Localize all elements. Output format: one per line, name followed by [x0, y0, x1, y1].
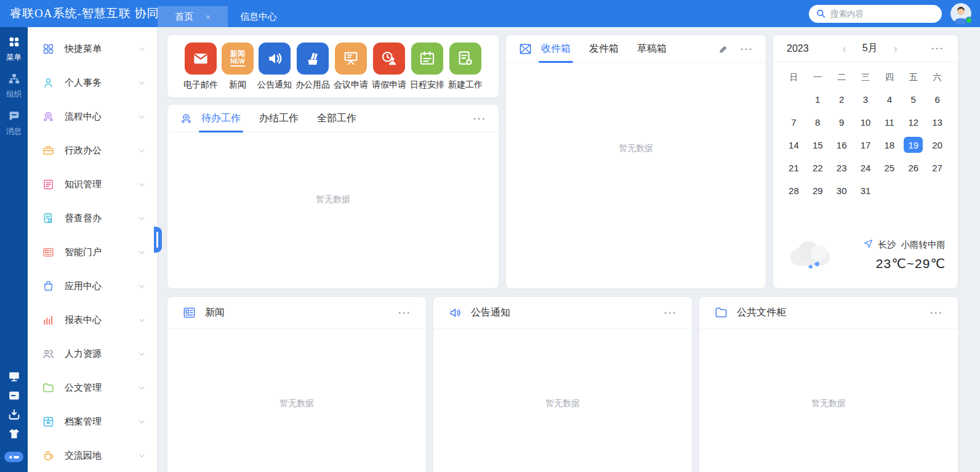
calendar-day-16[interactable]: 16 — [830, 137, 854, 153]
quick-tile-日程安排[interactable]: 日程安排 — [410, 43, 444, 91]
calendar-day-3[interactable]: 3 — [854, 91, 878, 107]
menu-collapse-handle[interactable] — [154, 227, 162, 253]
calendar-day-10[interactable]: 10 — [854, 114, 878, 130]
calendar-day-5[interactable]: 5 — [901, 91, 925, 107]
calendar-day-9[interactable]: 9 — [830, 114, 854, 130]
sidebar-item-知识管理[interactable]: 知识管理 — [28, 168, 157, 201]
calendar-day-7[interactable]: 7 — [782, 114, 806, 130]
calendar-day-21[interactable]: 21 — [782, 160, 806, 176]
calendar-day-25[interactable]: 25 — [877, 160, 901, 176]
work-tab-待办工作[interactable]: 待办工作 — [201, 105, 241, 132]
rail-collapse-toggle[interactable] — [4, 452, 23, 462]
panel-more-button[interactable]: ··· — [398, 307, 411, 318]
mail-tab-收件箱[interactable]: 收件箱 — [541, 35, 571, 62]
calendar-more-button[interactable]: ··· — [931, 43, 944, 54]
mail-more-button[interactable]: ··· — [741, 44, 753, 54]
calendar-day-31[interactable]: 31 — [854, 182, 878, 198]
calendar-day-1[interactable]: 1 — [806, 91, 830, 107]
sidebar-item-智能门户[interactable]: 智能门户 — [28, 235, 157, 269]
quick-tile-电子邮件[interactable]: 电子邮件 — [183, 43, 218, 91]
sidebar-item-督查督办[interactable]: 督查督办 — [28, 201, 157, 235]
topbar-tab[interactable]: 首页× — [158, 6, 228, 27]
monitor-icon[interactable] — [7, 370, 21, 383]
calendar-day-8[interactable]: 8 — [806, 114, 830, 130]
calendar-day-15[interactable]: 15 — [806, 137, 830, 153]
quick-tile-请假申请[interactable]: 请假申请 — [372, 43, 406, 91]
work-tab-办结工作[interactable]: 办结工作 — [259, 105, 299, 132]
sidebar-item-交流园地[interactable]: 交流园地 — [28, 439, 157, 472]
work-tab-全部工作[interactable]: 全部工作 — [317, 105, 356, 132]
calendar-day-23[interactable]: 23 — [830, 160, 854, 176]
calendar-day-19[interactable]: 19 — [901, 137, 925, 153]
tab-close-icon[interactable]: × — [206, 12, 211, 22]
calendar-day-27[interactable]: 27 — [925, 160, 949, 176]
panel-more-button[interactable]: ··· — [930, 307, 943, 318]
bars-icon — [42, 314, 55, 327]
sidebar-item-流程中心[interactable]: 流程中心 — [28, 100, 157, 134]
calendar-day-11[interactable]: 11 — [877, 114, 901, 130]
sidebar-item-人力资源[interactable]: 人力资源 — [28, 337, 157, 371]
mail-tab-发件箱[interactable]: 发件箱 — [589, 35, 619, 62]
search-box[interactable] — [809, 5, 942, 23]
chevron-down-icon — [138, 282, 146, 290]
sidebar-item-报表中心[interactable]: 报表中心 — [28, 303, 157, 337]
calendar-day-24[interactable]: 24 — [854, 160, 878, 176]
calendar-day-14[interactable]: 14 — [782, 137, 806, 153]
next-month-button[interactable]: › — [894, 43, 898, 54]
search-input[interactable] — [809, 5, 942, 23]
sidebar-item-公文管理[interactable]: 公文管理 — [28, 371, 157, 405]
card-icon[interactable] — [7, 389, 21, 402]
calendar-grid: 1234567891011121314151617181920212223242… — [773, 84, 958, 198]
calendar-day-13[interactable]: 13 — [925, 114, 949, 130]
sidebar-item-label: 快捷菜单 — [65, 43, 138, 55]
newsicon-icon — [182, 306, 196, 320]
weather-widget: 长沙 小雨转中雨 23℃~29℃ — [773, 238, 958, 288]
calendar-day-4[interactable]: 4 — [877, 91, 901, 107]
sidebar-item-个人事务[interactable]: 个人事务 — [28, 66, 157, 100]
topbar-tab[interactable]: 信息中心 — [228, 6, 289, 27]
sidebar-item-快捷菜单[interactable]: 快捷菜单 — [28, 32, 157, 66]
calendar-day-17[interactable]: 17 — [854, 137, 878, 153]
avatar[interactable] — [950, 3, 971, 24]
quick-tile-公告通知[interactable]: 公告通知 — [257, 43, 292, 91]
panel-header: 公共文件柜··· — [699, 297, 958, 329]
shirt-icon[interactable] — [7, 427, 21, 441]
calendar-day-2[interactable]: 2 — [830, 91, 854, 107]
quick-tile-会议申请[interactable]: 会议申请 — [334, 43, 368, 91]
calendar-day-30[interactable]: 30 — [830, 182, 854, 198]
calendar-day-18[interactable]: 18 — [877, 137, 901, 153]
rail-item-apps[interactable]: 菜单 — [6, 35, 22, 63]
panel-more-button[interactable]: ··· — [664, 307, 677, 318]
download-icon[interactable] — [7, 408, 21, 421]
mail-tab-草稿箱[interactable]: 草稿箱 — [637, 35, 667, 62]
calendar-day-12[interactable]: 12 — [901, 114, 925, 130]
calendar-day-26[interactable]: 26 — [901, 160, 925, 176]
compose-pencil-icon[interactable] — [718, 43, 729, 55]
rail-item-org[interactable]: 组织 — [6, 72, 22, 100]
calendar-day-20[interactable]: 20 — [925, 137, 949, 153]
calendar-day-28[interactable]: 28 — [782, 182, 806, 198]
flow-icon — [42, 110, 55, 124]
calendar-day-6[interactable]: 6 — [925, 91, 949, 107]
sidebar-item-应用中心[interactable]: 应用中心 — [28, 269, 157, 303]
sidebar-item-档案管理[interactable]: 档案管理 — [28, 405, 157, 439]
panel-title: 新闻 — [205, 306, 225, 319]
calendar-month: 5月 — [862, 42, 878, 55]
chevron-down-icon — [138, 248, 146, 256]
calendar-day-29[interactable]: 29 — [806, 182, 830, 198]
quick-tile-label: 办公用品 — [295, 79, 330, 91]
topbar-right — [809, 0, 980, 27]
sidebar-item-行政办公[interactable]: 行政办公 — [28, 134, 157, 168]
quick-tile-新闻[interactable]: 新闻NEW新闻 — [222, 43, 254, 91]
quick-tile-新建工作[interactable]: 新建工作 — [448, 43, 483, 91]
briefcase-icon — [42, 144, 55, 158]
prev-month-button[interactable]: ‹ — [843, 43, 846, 54]
suppliestile-icon — [297, 43, 329, 75]
rail-item-chat[interactable]: 消息 — [6, 109, 22, 137]
online-status-dot — [965, 17, 973, 24]
panel-新闻: 新闻···暂无数据 — [167, 297, 426, 472]
calendar-day-22[interactable]: 22 — [806, 160, 830, 176]
chevron-down-icon — [138, 316, 146, 324]
work-more-button[interactable]: ··· — [473, 113, 486, 124]
quick-tile-办公用品[interactable]: 办公用品 — [295, 43, 330, 91]
